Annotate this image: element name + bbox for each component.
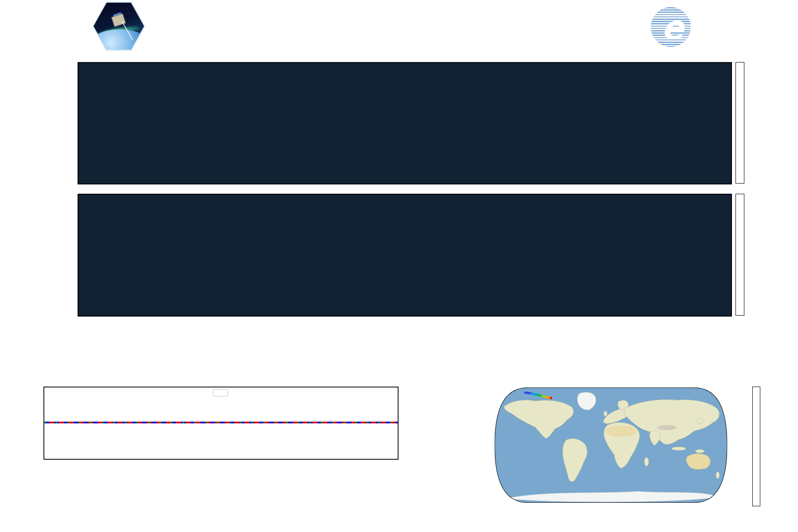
map-newguinea	[696, 450, 704, 453]
colorbar-dipole-b-gradient	[736, 194, 744, 315]
esa-logo: e	[651, 6, 757, 48]
map-uk	[604, 411, 607, 416]
cassiope-mission-logo	[94, 3, 144, 50]
ground-track-map	[493, 387, 729, 504]
esa-globe-e: e	[661, 10, 684, 45]
spectrogram-panel-a	[78, 62, 732, 184]
angle-plot-legend	[213, 389, 228, 396]
map-australia	[686, 454, 710, 469]
angle-plot-frame	[43, 387, 399, 460]
map-indonesia	[672, 447, 686, 450]
spectrogram-b-image	[78, 195, 731, 316]
esa-globe-icon: e	[651, 7, 691, 47]
colorbar-dipole-a	[735, 62, 744, 184]
spectrogram-panel-b	[78, 194, 732, 317]
world-map-svg	[493, 387, 729, 504]
map-madagascar	[644, 458, 649, 466]
attitude-zero-line	[44, 422, 398, 423]
track-end-dot	[550, 397, 552, 399]
colorbar-altitude	[752, 387, 760, 506]
colorbar-dipole-a-gradient	[736, 63, 744, 183]
cassiope-hex-badge	[94, 3, 144, 50]
map-himalaya	[657, 425, 676, 430]
map-sahara	[606, 426, 637, 437]
colorbar-dipole-b	[735, 194, 744, 316]
colorbar-altitude-gradient	[753, 387, 760, 506]
map-newzealand	[716, 472, 720, 479]
quicklook-figure: e	[0, 0, 798, 532]
spectrogram-a-image	[78, 63, 731, 184]
